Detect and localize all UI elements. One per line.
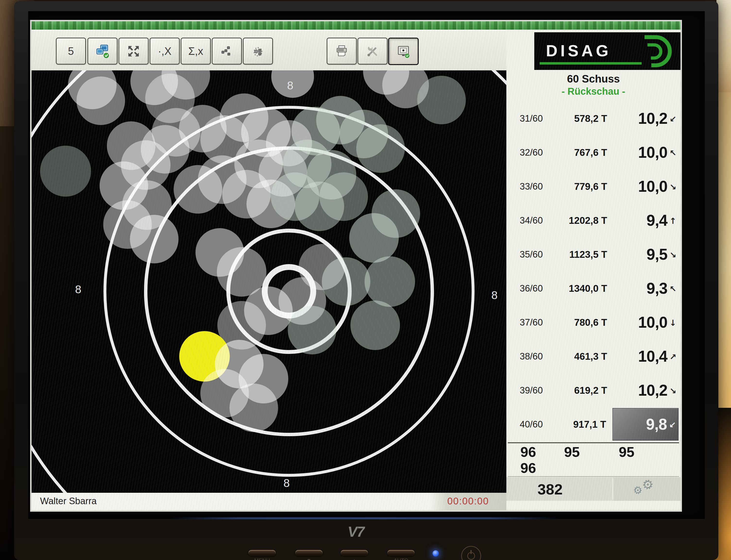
shot-number: 37/60 (520, 317, 565, 328)
toolbar-button-shot-count[interactable]: 5 (56, 38, 86, 65)
shot-number: 32/60 (520, 147, 565, 158)
totals-separator (508, 442, 679, 443)
shot-marker (76, 76, 125, 125)
series-totals: 969595 (506, 444, 681, 459)
status-bar: Walter Sbarra 00:00:00 (32, 493, 506, 510)
brand-name: DISAG (546, 42, 611, 60)
shot-number: 38/60 (520, 351, 565, 362)
shot-score: 10,0 (638, 143, 667, 161)
toolbar-button-single-shot-x[interactable]: ·,X (150, 38, 180, 65)
shot-marker (319, 172, 368, 221)
monitor-button-label: ▲ (341, 557, 368, 560)
shot-score-cell: 10,2↙ (614, 103, 679, 134)
shot-row-33[interactable]: 33/60779,6 T10,0↘ (506, 169, 681, 203)
shot-score-cell: 10,4↗ (614, 341, 679, 372)
toolbar-button-target-monitor[interactable] (388, 38, 419, 65)
shot-marker (356, 124, 405, 173)
toolbar-button-label: Σ,x (188, 45, 203, 57)
toolbar-button-label: ·,X (158, 45, 171, 57)
shooter-name: Walter Sbarra (40, 496, 97, 506)
toolbar-button-print[interactable] (326, 38, 357, 65)
shot-row-34[interactable]: 34/601202,8 T9,4↑ (506, 203, 681, 237)
monitor-button-label: AUTO (388, 557, 415, 560)
shot-number: 35/60 (520, 249, 565, 260)
shot-list: 31/60578,2 T10,2↙32/60767,6 T10,0↖33/607… (506, 101, 681, 441)
monitor-target-icon (397, 45, 410, 58)
shot-row-31[interactable]: 31/60578,2 T10,2↙ (506, 101, 681, 135)
shot-row-37[interactable]: 37/60780,6 T10,0↓ (506, 305, 681, 339)
shot-score-cell: 10,2↘ (614, 375, 679, 406)
disag-logo-icon (640, 34, 676, 68)
toolbar-button-service-tools[interactable] (357, 38, 388, 65)
gear-icon: ⚙ (641, 477, 655, 493)
shot-row-36[interactable]: 36/601340,0 T9,3↖ (506, 271, 681, 305)
brand-underline (540, 62, 642, 65)
shot-score: 10,4 (638, 347, 667, 365)
toolbar: 5·,XΣ,x (32, 30, 506, 70)
shot-number: 33/60 (520, 181, 565, 192)
toolbar-button-sum-x[interactable]: Σ,x (181, 38, 211, 65)
brand-banner: DISAG (534, 32, 681, 70)
circle-dots-icon (251, 44, 265, 58)
grand-total-separator (508, 476, 679, 477)
monitor-button-[interactable] (341, 550, 368, 556)
shot-direction-arrow: ↖ (667, 147, 679, 158)
ring-label-8: 8 (75, 283, 81, 296)
shot-teiler-value: 619,2 T (565, 385, 614, 396)
photo-of-monitor: 5·,XΣ,x 8888 Walter Sbarra 00:00:00 DISA… (0, 0, 731, 560)
shot-row-35[interactable]: 35/601123,5 T9,5↘ (506, 237, 681, 271)
shot-marker (130, 215, 178, 263)
scatter-dots-icon (220, 44, 234, 58)
series-total-2: 95 (554, 444, 590, 460)
shot-score: 9,3 (647, 279, 667, 297)
monitor-button-[interactable] (295, 550, 322, 556)
shot-teiler-value: 1123,5 T (565, 249, 614, 260)
shot-number: 40/60 (520, 419, 565, 430)
shot-teiler-value: 917,1 T (565, 419, 613, 430)
shot-marker (174, 165, 222, 214)
toolbar-button-shot-group[interactable] (212, 38, 242, 65)
shot-row-40[interactable]: 40/60917,1 T9,8↙ (506, 407, 681, 441)
target-display: 8888 (32, 70, 506, 493)
shot-score-cell: 10,0↘ (614, 171, 679, 202)
shot-score-cell: 9,4↑ (614, 205, 679, 236)
shot-marker (288, 306, 336, 354)
shot-direction-arrow: ↓ (667, 317, 679, 328)
screen-edge-reflection (170, 517, 559, 519)
toolbar-button-fullscreen[interactable] (118, 38, 149, 65)
session-mode: - Rückschau - (506, 86, 681, 97)
shot-score: 10,2 (638, 381, 667, 399)
shot-number: 31/60 (520, 113, 565, 124)
shot-row-38[interactable]: 38/60461,3 T10,4↗ (506, 339, 681, 373)
monitor-button-auto[interactable] (388, 550, 415, 556)
ambient-light-right (717, 92, 731, 408)
shot-teiler-value: 1202,8 T (565, 215, 614, 226)
shot-row-39[interactable]: 39/60619,2 T10,2↘ (506, 373, 681, 407)
dual-monitor-check-icon (95, 44, 110, 59)
ring-label-8: 8 (491, 289, 498, 301)
tools-icon (366, 44, 380, 58)
shot-row-32[interactable]: 32/60767,6 T10,0↖ (506, 135, 681, 169)
shot-score-cell: 10,0↓ (614, 307, 679, 338)
window-top-strip (32, 21, 681, 30)
shot-score: 9,5 (647, 245, 667, 263)
shot-score: 10,2 (638, 109, 667, 127)
shot-direction-arrow: ↗ (667, 351, 679, 362)
settings-gears-button[interactable]: ⚙ ⚙ (613, 477, 681, 501)
shot-marker (350, 301, 400, 350)
shot-teiler-value: 780,6 T (565, 317, 614, 328)
shot-teiler-value: 1340,0 T (565, 283, 614, 294)
shot-marker (229, 384, 278, 432)
shot-score-cell: 9,3↖ (614, 273, 679, 304)
shot-direction-arrow: ↘ (667, 385, 679, 396)
toolbar-button-series-view[interactable] (87, 38, 117, 65)
monitor-button-menu[interactable] (248, 550, 276, 556)
monitor-button-label: ▼ (295, 557, 322, 560)
ring-label-8: 8 (287, 79, 293, 92)
shot-teiler-value: 461,3 T (565, 351, 614, 362)
toolbar-button-ring-group[interactable] (243, 38, 273, 65)
shot-direction-arrow: ↖ (667, 283, 679, 294)
results-panel: DISAG 60 Schuss - Rückschau - 31/60578,2… (506, 30, 681, 510)
shot-score: 10,0 (638, 313, 667, 331)
shot-direction-arrow: ↙ (667, 113, 679, 124)
